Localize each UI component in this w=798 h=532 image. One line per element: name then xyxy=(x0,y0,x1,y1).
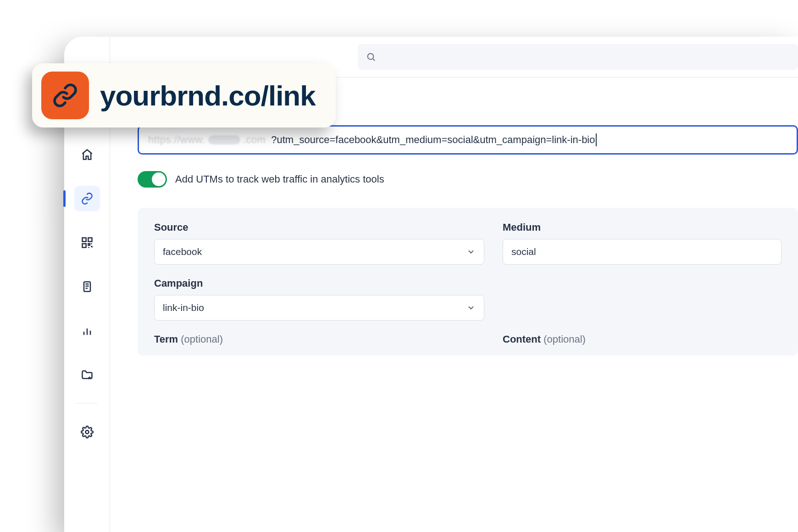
svg-rect-0 xyxy=(82,238,86,242)
chevron-down-icon xyxy=(466,303,476,312)
utm-campaign-select[interactable]: link-in-bio xyxy=(154,295,484,321)
utm-medium-label: Medium xyxy=(503,222,781,233)
sidebar-item-settings[interactable] xyxy=(74,419,100,445)
brand-link-badge: yourbrnd.co/link xyxy=(32,63,336,127)
qr-icon xyxy=(81,236,94,249)
sidebar-item-qr[interactable] xyxy=(74,230,100,255)
utm-campaign-label: Campaign xyxy=(154,277,484,289)
utm-medium-select[interactable]: social xyxy=(503,239,781,265)
utm-source-field: Source facebook xyxy=(154,222,484,265)
utm-term-label: Term (optional) xyxy=(154,333,484,345)
utm-toggle-row: Add UTMs to track web traffic in analyti… xyxy=(138,171,798,188)
utm-term-field: Term (optional) xyxy=(154,333,484,351)
destination-domain-blur xyxy=(208,135,240,144)
utm-source-value: facebook xyxy=(163,246,202,257)
folder-star-icon xyxy=(81,368,94,381)
sidebar-item-analytics[interactable] xyxy=(74,318,100,344)
svg-point-4 xyxy=(85,431,89,434)
page-icon xyxy=(81,280,94,293)
sidebar-divider xyxy=(77,403,98,404)
text-caret xyxy=(596,133,597,146)
destination-prefix: https://www. xyxy=(148,134,205,146)
sidebar-item-campaigns[interactable] xyxy=(74,362,100,388)
utm-source-select[interactable]: facebook xyxy=(154,239,484,265)
utm-content-label: Content (optional) xyxy=(503,333,781,345)
destination-suffix: .com xyxy=(243,134,266,146)
brand-link-badge-icon-tile xyxy=(41,72,89,119)
utm-source-label: Source xyxy=(154,222,484,233)
search-input[interactable] xyxy=(358,44,798,70)
analytics-icon xyxy=(81,324,94,337)
sidebar-item-pages[interactable] xyxy=(74,274,100,299)
destination-input[interactable]: https://www. .com ?utm_source=facebook&u… xyxy=(138,125,798,155)
utm-toggle[interactable] xyxy=(138,171,167,188)
sidebar-item-home[interactable] xyxy=(74,142,100,167)
chevron-down-icon xyxy=(466,247,476,256)
utm-content-field: Content (optional) xyxy=(503,333,781,351)
gear-icon xyxy=(81,426,94,438)
utm-panel: Source facebook Medium social Campaign l xyxy=(138,208,798,355)
link-icon xyxy=(81,192,94,205)
svg-rect-2 xyxy=(82,244,86,247)
toggle-knob xyxy=(152,172,166,186)
sidebar-item-links[interactable] xyxy=(74,186,100,211)
utm-medium-field: Medium social xyxy=(503,222,781,265)
svg-rect-1 xyxy=(88,238,92,242)
utm-medium-value: social xyxy=(511,246,536,257)
brand-link-badge-text: yourbrnd.co/link xyxy=(100,79,316,112)
home-icon xyxy=(81,148,94,161)
utm-campaign-field: Campaign link-in-bio xyxy=(154,277,484,321)
search-icon xyxy=(366,52,376,62)
svg-point-5 xyxy=(368,54,374,60)
utm-toggle-label: Add UTMs to track web traffic in analyti… xyxy=(175,173,384,185)
destination-query: ?utm_source=facebook&utm_medium=social&u… xyxy=(271,134,595,146)
link-icon xyxy=(51,82,79,109)
utm-campaign-value: link-in-bio xyxy=(163,302,204,313)
